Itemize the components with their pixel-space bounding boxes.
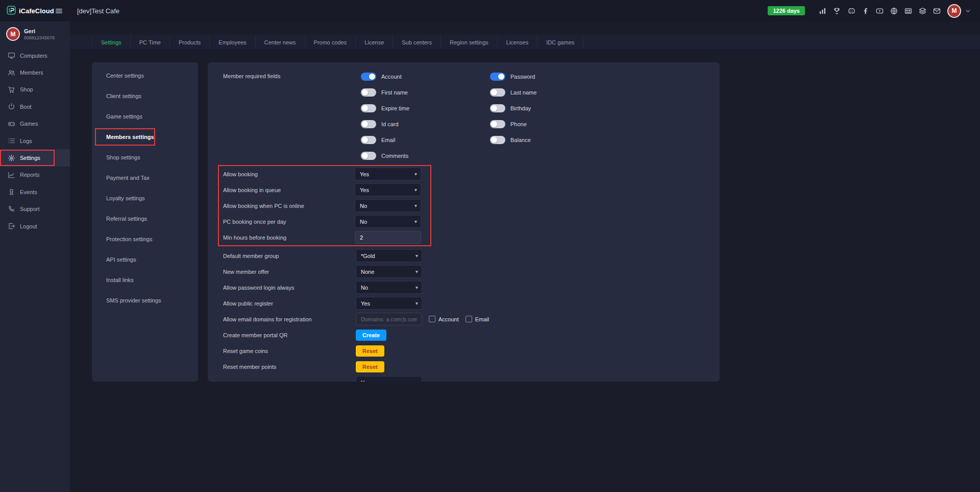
select-allow-booking[interactable]: Yes▾ — [355, 168, 421, 180]
tab-settings[interactable]: Settings — [92, 35, 131, 50]
toggle-id-card[interactable] — [361, 120, 376, 128]
topbar: iCafeCloud [dev]Test Cafe 1226 days M — [0, 0, 980, 21]
field-label: Min hours before booking — [223, 235, 355, 241]
tab-region-settings[interactable]: Region settings — [441, 35, 498, 50]
monitor-icon — [8, 52, 15, 59]
sidebar-item-reports[interactable]: Reports — [0, 167, 70, 183]
toggle-row: First nameLast name — [361, 84, 619, 100]
tab-licenses[interactable]: Licenses — [498, 35, 537, 50]
settings-nav-shop-settings[interactable]: Shop settings — [92, 147, 198, 168]
settings-nav-protection-settings[interactable]: Protection settings — [92, 229, 198, 249]
toggle-account[interactable] — [361, 73, 376, 81]
tab-promo-codes[interactable]: Promo codes — [305, 35, 356, 50]
toggle-expire-time[interactable] — [361, 104, 376, 112]
select-allow-password-login-always[interactable]: No▾ — [356, 281, 422, 294]
toggle-field-id-card: Id card — [361, 120, 490, 128]
button-reset-game-coins[interactable]: Reset — [356, 345, 384, 357]
sidebar-item-support[interactable]: Support — [0, 201, 70, 218]
input-email-domains[interactable] — [356, 313, 422, 325]
settings-nav-game-settings[interactable]: Game settings — [92, 106, 198, 127]
form-row-pc-booking-once-per-day: PC booking once per dayNo▾ — [223, 214, 426, 229]
sidebar-item-logs[interactable]: Logs — [0, 132, 70, 149]
form-row-allow-public-register: Allow public registerYes▾ — [223, 295, 704, 311]
sidebar-item-events[interactable]: Events — [0, 183, 70, 200]
license-days-badge[interactable]: 1226 days — [768, 6, 805, 15]
tab-pc-time[interactable]: PC Time — [131, 35, 170, 50]
field-label: PC booking once per day — [223, 219, 355, 225]
toggle-phone[interactable] — [490, 120, 505, 128]
tab-center-news[interactable]: Center news — [256, 35, 305, 50]
field-label: Default member group — [223, 253, 356, 259]
settings-nav-payment-and-tax[interactable]: Payment and Tax — [92, 168, 198, 188]
input-min-hours-before-booking[interactable] — [355, 231, 421, 244]
checkbox-account[interactable]: Account — [429, 316, 459, 322]
email-domains-group: AccountEmail — [356, 313, 489, 325]
settings-nav-client-settings[interactable]: Client settings — [92, 86, 198, 106]
sidebar-item-settings[interactable]: Settings — [0, 149, 70, 166]
toggle-email[interactable] — [361, 136, 376, 144]
required-fields-label: Member required fields — [223, 68, 356, 84]
user-avatar[interactable]: M — [947, 4, 961, 18]
button-reset-member-points[interactable]: Reset — [356, 361, 384, 372]
chevron-down-icon[interactable] — [964, 7, 972, 15]
id-card-icon[interactable] — [904, 7, 912, 15]
tab-license[interactable]: License — [356, 35, 393, 50]
hamburger-menu-icon[interactable] — [55, 7, 63, 15]
layers-icon[interactable] — [919, 7, 926, 15]
facebook-icon[interactable] — [862, 7, 869, 15]
settings-nav-install-links[interactable]: Install links — [92, 270, 198, 290]
toggle-password[interactable] — [490, 73, 505, 81]
tab-idc-games[interactable]: IDC games — [537, 35, 583, 50]
sidebar-item-games[interactable]: Games — [0, 115, 70, 132]
topbar-icons — [819, 7, 941, 15]
toggle-last-name[interactable] — [490, 88, 505, 97]
field-label: Reset member points — [223, 364, 356, 370]
settings-nav-loyalty-settings[interactable]: Loyalty settings — [92, 188, 198, 208]
toggle-birthday[interactable] — [490, 104, 505, 112]
toggle-field-password: Password — [490, 73, 619, 81]
settings-nav-referral-settings[interactable]: Referral settings — [92, 208, 198, 229]
form-row-reset-member-points: Reset member pointsReset — [223, 359, 704, 374]
trophy-icon[interactable] — [833, 7, 841, 15]
checkbox-email[interactable]: Email — [465, 316, 489, 322]
select-pc-booking-once-per-day[interactable]: No▾ — [355, 215, 421, 228]
select-allow-public-register[interactable]: Yes▾ — [356, 297, 422, 310]
tab-sub-centers[interactable]: Sub centers — [393, 35, 441, 50]
settings-nav-sms-provider-settings[interactable]: SMS provider settings — [92, 290, 198, 311]
field-label: Allow email domains for registration — [223, 316, 356, 322]
globe-icon[interactable] — [890, 7, 898, 15]
sidebar-item-boot[interactable]: Boot — [0, 98, 70, 115]
field-label: Allow public register — [223, 300, 356, 307]
sidebar-item-members[interactable]: Members — [0, 64, 70, 81]
tab-employees[interactable]: Employees — [210, 35, 255, 50]
select-new-member-offer[interactable]: None▾ — [356, 265, 422, 278]
sidebar-item-logout[interactable]: Logout — [0, 218, 70, 235]
button-create-member-portal-qr[interactable]: Create — [356, 330, 386, 341]
toggle-comments[interactable] — [361, 152, 376, 160]
sidebar-item-computers[interactable]: Computers — [0, 47, 70, 64]
user-id: 008812345678 — [24, 35, 55, 40]
bar-chart-icon[interactable] — [819, 7, 826, 15]
settings-nav-members-settings[interactable]: Members settings — [92, 127, 198, 147]
brand[interactable]: iCafeCloud — [0, 6, 53, 16]
select-bottom-partial[interactable]: Yes▾ — [356, 376, 422, 382]
toggle-balance[interactable] — [490, 136, 505, 144]
select-default-member-group[interactable]: *Gold▾ — [356, 249, 422, 262]
chevron-down-icon: ▾ — [415, 301, 418, 306]
settings-nav-api-settings[interactable]: API settings — [92, 249, 198, 270]
toggle-row: Id cardPhone — [361, 116, 619, 132]
tab-bar: SettingsPC TimeProductsEmployeesCenter n… — [70, 35, 980, 50]
discord-icon[interactable] — [847, 7, 855, 15]
form-row-min-hours-before-booking: Min hours before booking — [223, 229, 426, 245]
youtube-icon[interactable] — [876, 7, 884, 15]
chevron-down-icon: ▾ — [415, 253, 418, 259]
tab-products[interactable]: Products — [170, 35, 210, 50]
field-label: New member offer — [223, 269, 356, 275]
select-allow-booking-in-queue[interactable]: Yes▾ — [355, 183, 421, 196]
settings-nav-center-settings[interactable]: Center settings — [92, 65, 198, 86]
toggle-first-name[interactable] — [361, 88, 376, 97]
sidebar-item-shop[interactable]: Shop — [0, 81, 70, 98]
mail-icon[interactable] — [933, 7, 941, 15]
toggle-field-expire-time: Expire time — [361, 104, 490, 112]
select-allow-booking-when-pc-is-online[interactable]: No▾ — [355, 199, 421, 212]
